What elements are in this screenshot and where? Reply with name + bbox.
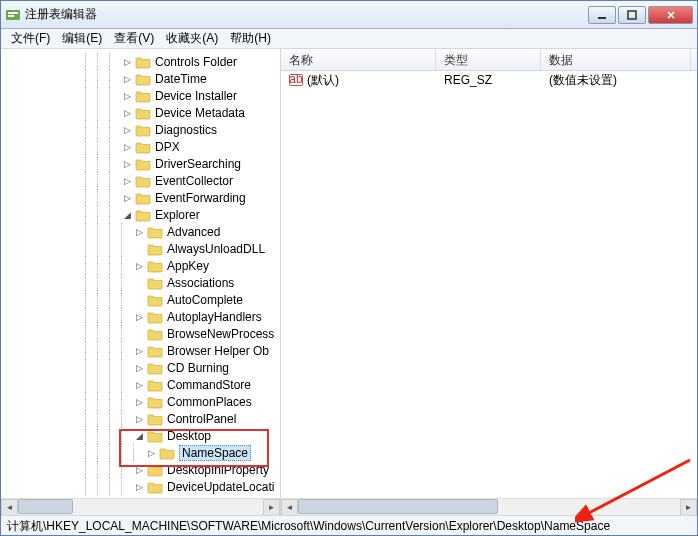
tree-item[interactable]: ▷EventCollector bbox=[1, 172, 280, 189]
titlebar[interactable]: 注册表编辑器 bbox=[1, 1, 697, 29]
tree-item[interactable]: ▷CommandStore bbox=[1, 376, 280, 393]
tree-item[interactable]: ◢Desktop bbox=[1, 427, 280, 444]
expand-icon[interactable]: ▷ bbox=[133, 260, 145, 272]
menu-help[interactable]: 帮助(H) bbox=[224, 28, 277, 49]
expand-icon[interactable]: ▷ bbox=[133, 345, 145, 357]
tree-item-label: DPX bbox=[155, 140, 180, 154]
expand-icon[interactable]: ▷ bbox=[133, 226, 145, 238]
svg-rect-1 bbox=[8, 12, 18, 14]
tree-item-label: NameSpace bbox=[179, 445, 251, 461]
expand-icon[interactable]: ▷ bbox=[133, 311, 145, 323]
tree-item[interactable]: AlwaysUnloadDLL bbox=[1, 240, 280, 257]
expand-icon[interactable]: ▷ bbox=[121, 124, 133, 136]
folder-icon bbox=[135, 157, 151, 171]
list-row[interactable]: ab(默认)REG_SZ(数值未设置) bbox=[281, 71, 697, 89]
col-name[interactable]: 名称 bbox=[281, 49, 436, 70]
tree-item[interactable]: ▷Advanced bbox=[1, 223, 280, 240]
scroll-left-button[interactable]: ◄ bbox=[281, 499, 298, 515]
tree-item[interactable]: ▷DeviceUpdateLocati bbox=[1, 478, 280, 495]
tree-item-label: ControlPanel bbox=[167, 412, 236, 426]
tree-item[interactable]: ▷CommonPlaces bbox=[1, 393, 280, 410]
svg-rect-4 bbox=[628, 11, 636, 19]
tree-item[interactable]: BrowseNewProcess bbox=[1, 325, 280, 342]
tree-item[interactable]: ▷Browser Helper Ob bbox=[1, 342, 280, 359]
tree-item[interactable]: ▷EventForwarding bbox=[1, 189, 280, 206]
tree-item-label: EventCollector bbox=[155, 174, 233, 188]
scroll-thumb[interactable] bbox=[18, 499, 73, 514]
list-scrollbar-horizontal[interactable]: ◄ ► bbox=[281, 498, 697, 515]
scroll-thumb[interactable] bbox=[298, 499, 498, 514]
scroll-left-button[interactable]: ◄ bbox=[1, 499, 18, 515]
tree-item-label: AutoplayHandlers bbox=[167, 310, 262, 324]
expand-icon[interactable]: ▷ bbox=[121, 141, 133, 153]
col-data[interactable]: 数据 bbox=[541, 49, 691, 70]
tree-item[interactable]: ▷CD Burning bbox=[1, 359, 280, 376]
expand-placeholder bbox=[133, 328, 145, 340]
folder-icon bbox=[147, 310, 163, 324]
tree-item[interactable]: ◢Explorer bbox=[1, 206, 280, 223]
tree-scrollbar-horizontal[interactable]: ◄ ► bbox=[1, 498, 280, 515]
tree-item[interactable]: ▷Diagnostics bbox=[1, 121, 280, 138]
expand-icon[interactable]: ▷ bbox=[133, 379, 145, 391]
folder-icon bbox=[147, 327, 163, 341]
folder-icon bbox=[147, 344, 163, 358]
tree-item-label: AutoComplete bbox=[167, 293, 243, 307]
tree-item-label: Controls Folder bbox=[155, 55, 237, 69]
folder-icon bbox=[147, 378, 163, 392]
folder-icon bbox=[147, 225, 163, 239]
tree-item-label: Desktop bbox=[167, 429, 211, 443]
minimize-button[interactable] bbox=[588, 6, 616, 24]
svg-text:ab: ab bbox=[289, 73, 303, 86]
tree-item[interactable]: ▷AppKey bbox=[1, 257, 280, 274]
expand-icon[interactable]: ▷ bbox=[121, 73, 133, 85]
expand-icon[interactable]: ▷ bbox=[121, 107, 133, 119]
menu-edit[interactable]: 编辑(E) bbox=[56, 28, 108, 49]
folder-icon bbox=[135, 174, 151, 188]
expand-icon[interactable]: ▷ bbox=[121, 192, 133, 204]
expand-icon[interactable]: ▷ bbox=[145, 447, 157, 459]
tree-item[interactable]: ▷Controls Folder bbox=[1, 53, 280, 70]
tree-item[interactable]: ▷DriverSearching bbox=[1, 155, 280, 172]
maximize-button[interactable] bbox=[618, 6, 646, 24]
app-icon bbox=[5, 7, 21, 23]
collapse-icon[interactable]: ◢ bbox=[121, 209, 133, 221]
tree-item[interactable]: ▷Device Metadata bbox=[1, 104, 280, 121]
expand-icon[interactable]: ▷ bbox=[133, 481, 145, 493]
expand-icon[interactable]: ▷ bbox=[121, 90, 133, 102]
expand-icon[interactable]: ▷ bbox=[121, 158, 133, 170]
folder-icon bbox=[135, 55, 151, 69]
tree-item-label: CommonPlaces bbox=[167, 395, 252, 409]
tree-item[interactable]: ▷AutoplayHandlers bbox=[1, 308, 280, 325]
list-body[interactable]: ab(默认)REG_SZ(数值未设置) bbox=[281, 71, 697, 498]
tree-item[interactable]: ▷DPX bbox=[1, 138, 280, 155]
tree-item[interactable]: ▷DateTime bbox=[1, 70, 280, 87]
scroll-right-button[interactable]: ► bbox=[263, 499, 280, 515]
expand-icon[interactable]: ▷ bbox=[133, 464, 145, 476]
folder-icon bbox=[159, 446, 175, 460]
tree-item[interactable]: Associations bbox=[1, 274, 280, 291]
menu-file[interactable]: 文件(F) bbox=[5, 28, 56, 49]
list-pane: 名称 类型 数据 ab(默认)REG_SZ(数值未设置) ◄ ► bbox=[281, 49, 697, 515]
tree-pane[interactable]: ▷Controls Folder▷DateTime▷Device Install… bbox=[1, 49, 281, 515]
expand-icon[interactable]: ▷ bbox=[133, 362, 145, 374]
tree-item-label: AppKey bbox=[167, 259, 209, 273]
col-type[interactable]: 类型 bbox=[436, 49, 541, 70]
tree-item[interactable]: ▷NameSpace bbox=[1, 444, 280, 461]
folder-icon bbox=[147, 242, 163, 256]
collapse-icon[interactable]: ◢ bbox=[133, 430, 145, 442]
expand-icon[interactable]: ▷ bbox=[133, 413, 145, 425]
menu-favorites[interactable]: 收藏夹(A) bbox=[160, 28, 224, 49]
tree-item[interactable]: AutoComplete bbox=[1, 291, 280, 308]
folder-icon bbox=[135, 72, 151, 86]
expand-placeholder bbox=[133, 277, 145, 289]
expand-icon[interactable]: ▷ bbox=[121, 56, 133, 68]
menu-view[interactable]: 查看(V) bbox=[108, 28, 160, 49]
expand-icon[interactable]: ▷ bbox=[121, 175, 133, 187]
close-button[interactable] bbox=[648, 6, 693, 24]
tree-item[interactable]: ▷ControlPanel bbox=[1, 410, 280, 427]
tree-item[interactable]: ▷Device Installer bbox=[1, 87, 280, 104]
expand-icon[interactable]: ▷ bbox=[133, 396, 145, 408]
scroll-right-button[interactable]: ► bbox=[680, 499, 697, 515]
string-value-icon: ab bbox=[289, 73, 303, 87]
tree-item[interactable]: ▷DesktopIniProperty bbox=[1, 461, 280, 478]
